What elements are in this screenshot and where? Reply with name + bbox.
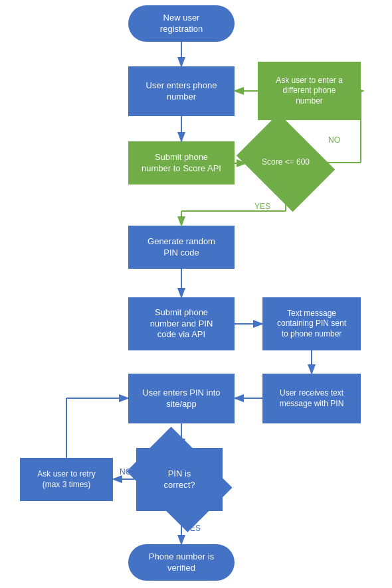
node-generate-pin: Generate random PIN code [128,226,235,269]
node-enter-phone: User enters phone number [128,66,235,116]
svg-text:NO: NO [328,135,340,145]
node-score-diamond: Score <= 600 [246,133,326,192]
flowchart-diagram: New user registration User enters phone … [0,0,392,588]
node-submit-score: Submit phone number to Score API [128,141,235,184]
node-pin-correct: PIN is correct? [136,448,223,511]
node-user-receives-text: User receives text message with PIN [262,374,361,423]
node-start: New user registration [128,5,235,42]
node-verified: Phone number is verified [128,544,235,581]
svg-text:YES: YES [254,202,270,211]
node-submit-pin-api: Submit phone number and PIN code via API [128,297,235,350]
node-user-enters-pin: User enters PIN into site/app [128,374,235,423]
node-ask-retry: Ask user to retry (max 3 times) [20,458,113,501]
node-text-sent: Text message containing PIN sent to phon… [262,297,361,350]
node-ask-different: Ask user to enter a different phone numb… [258,62,361,120]
